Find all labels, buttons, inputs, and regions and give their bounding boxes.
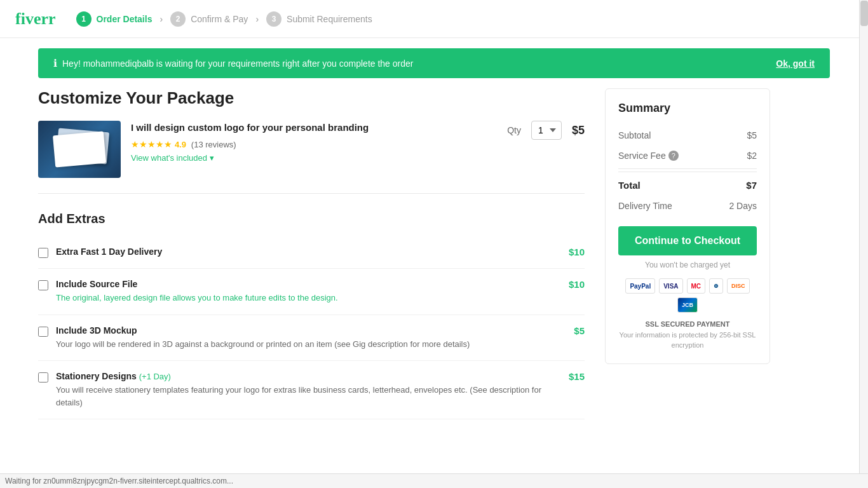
package-image (38, 121, 121, 178)
subtotal-row: Subtotal $5 (618, 125, 757, 146)
discover-icon: DISC (727, 278, 750, 294)
step-2-label: Confirm & Pay (191, 14, 248, 24)
service-fee-label: Service Fee (618, 151, 666, 161)
no-charge-text: You won't be charged yet (618, 261, 757, 269)
jcb-icon: JCB (677, 297, 698, 313)
step-3-circle: 3 (266, 11, 281, 27)
ssl-info: SSL SECURED PAYMENT Your information is … (618, 319, 757, 351)
extra-name-source-file: Include Source File (56, 279, 561, 289)
extra-price-stationery: $15 (569, 371, 585, 382)
step-3-label: Submit Requirements (287, 14, 372, 24)
delivery-value: 2 Days (729, 201, 757, 211)
visa-icon: VISA (659, 278, 682, 294)
ssl-desc: Your information is protected by 256-bit… (618, 330, 757, 351)
step-2[interactable]: 2 Confirm & Pay (170, 11, 248, 27)
qty-label: Qty (507, 125, 521, 135)
package-price: $5 (572, 124, 585, 137)
summary-title: Summary (618, 102, 757, 115)
extra-item-3d-mockup: Include 3D Mockup Your logo will be rend… (38, 315, 585, 362)
mastercard-icon: MC (687, 278, 706, 294)
total-value: $7 (746, 180, 757, 191)
view-included-link[interactable]: View what's included ▾ (131, 153, 214, 163)
stepper: 1 Order Details › 2 Confirm & Pay › 3 Su… (76, 11, 372, 27)
subtotal-value: $5 (747, 130, 757, 140)
checkout-button[interactable]: Continue to Checkout (618, 226, 757, 255)
service-fee-label-group: Service Fee ? (618, 151, 679, 161)
alert-link[interactable]: Ok, got it (776, 58, 815, 69)
extra-item-fast-delivery: Extra Fast 1 Day Delivery $10 (38, 236, 585, 269)
left-column: Customize Your Package I will design cus… (38, 88, 585, 419)
right-column: Summary Subtotal $5 Service Fee ? $2 Tot… (605, 88, 770, 419)
extra-checkbox-3d-mockup[interactable] (38, 327, 48, 337)
review-count: (13 reviews) (191, 140, 236, 149)
service-fee-row: Service Fee ? $2 (618, 146, 757, 166)
step-1-label: Order Details (97, 14, 153, 24)
payment-icons: PayPal VISA MC ⊕ DISC JCB (618, 278, 757, 313)
total-row: Total $7 (618, 172, 757, 196)
extra-content-fast-delivery: Extra Fast 1 Day Delivery (56, 247, 561, 257)
rating-row: ★★★★★ 4.9 (13 reviews) (131, 139, 497, 149)
delivery-label: Delivery Time (618, 201, 672, 211)
extra-name-stationery: Stationery Designs (+1 Day) (56, 371, 561, 381)
scrollbar[interactable]: ▼ (859, 0, 868, 488)
extras-section-title: Add Extras (38, 212, 585, 226)
step-arrow-2: › (255, 14, 259, 24)
summary-divider (618, 168, 757, 169)
service-fee-value: $2 (747, 151, 757, 161)
extra-checkbox-fast-delivery[interactable] (38, 248, 48, 258)
status-text: Waiting for zn0umm8znjpycgm2n-fiverr.sit… (5, 477, 233, 485)
scrollbar-thumb[interactable] (860, 1, 868, 26)
info-icon: ℹ (53, 57, 57, 69)
extra-name-3d-mockup: Include 3D Mockup (56, 325, 566, 336)
header: fiverr 1 Order Details › 2 Confirm & Pay… (0, 0, 868, 38)
total-label: Total (618, 180, 641, 191)
extra-content-source-file: Include Source File The original, layere… (56, 279, 561, 304)
extra-price-source-file: $10 (569, 279, 585, 290)
package-info: I will design custom logo for your perso… (131, 121, 497, 163)
extra-item-source-file: Include Source File The original, layere… (38, 269, 585, 315)
package-card: I will design custom logo for your perso… (38, 121, 585, 194)
qty-price-section: Qty 1 2 3 $5 (507, 121, 585, 140)
summary-panel: Summary Subtotal $5 Service Fee ? $2 Tot… (605, 88, 770, 364)
extra-checkbox-stationery[interactable] (38, 372, 48, 383)
package-title: I will design custom logo for your perso… (131, 121, 497, 134)
step-3[interactable]: 3 Submit Requirements (266, 11, 372, 27)
qty-select[interactable]: 1 2 3 (531, 121, 562, 140)
rating-value: 4.9 (175, 140, 186, 149)
extra-price-fast-delivery: $10 (569, 247, 585, 257)
service-fee-help-icon[interactable]: ? (668, 151, 679, 161)
extra-desc-stationery: You will receive stationery templates fe… (56, 384, 561, 409)
extra-checkbox-source-file[interactable] (38, 280, 48, 290)
alert-banner: ℹ Hey! mohammediqbalb is waiting for you… (38, 48, 830, 78)
extra-content-stationery: Stationery Designs (+1 Day) You will rec… (56, 371, 561, 409)
step-1[interactable]: 1 Order Details (76, 11, 153, 27)
step-arrow-1: › (159, 14, 163, 24)
alert-text: ℹ Hey! mohammediqbalb is waiting for you… (53, 57, 413, 69)
alert-message: Hey! mohammediqbalb is waiting for your … (62, 58, 413, 69)
ssl-title: SSL SECURED PAYMENT (618, 319, 757, 330)
extra-desc-source-file: The original, layered design file allows… (56, 292, 561, 304)
paypal-icon: PayPal (625, 278, 655, 294)
extra-item-stationery: Stationery Designs (+1 Day) You will rec… (38, 361, 585, 419)
extra-desc-3d-mockup: Your logo will be rendered in 3D against… (56, 338, 566, 351)
page-title: Customize Your Package (38, 88, 585, 108)
star-icons: ★★★★★ (131, 139, 172, 149)
extra-name-fast-delivery: Extra Fast 1 Day Delivery (56, 247, 561, 257)
step-2-circle: 2 (170, 11, 186, 27)
main-content: Customize Your Package I will design cus… (0, 88, 868, 419)
diners-icon: ⊕ (709, 278, 723, 294)
extra-price-3d-mockup: $5 (574, 325, 585, 336)
logo[interactable]: fiverr (15, 10, 56, 29)
chevron-down-icon: ▾ (210, 153, 214, 163)
day-tag-stationery: (+1 Day) (139, 372, 171, 381)
extra-content-3d-mockup: Include 3D Mockup Your logo will be rend… (56, 325, 566, 351)
delivery-row: Delivery Time 2 Days (618, 196, 757, 216)
step-1-circle: 1 (76, 11, 92, 27)
status-bar: Waiting for zn0umm8znjpycgm2n-fiverr.sit… (0, 473, 868, 488)
subtotal-label: Subtotal (618, 130, 651, 140)
